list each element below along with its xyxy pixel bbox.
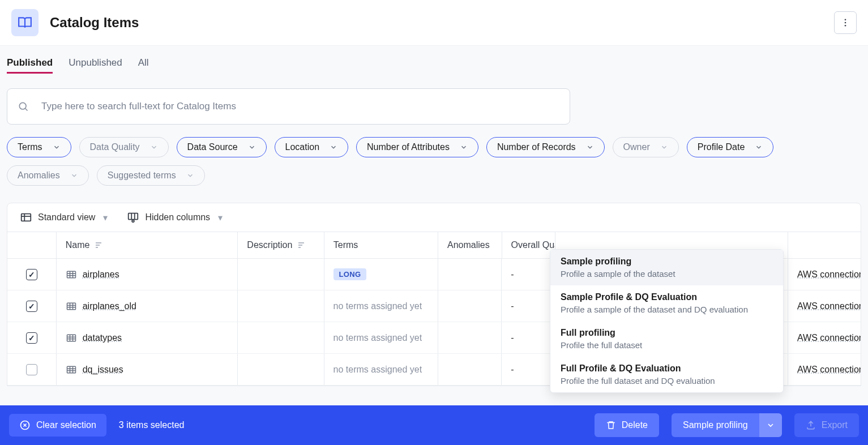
svg-rect-8 [129,213,138,220]
selection-bar: Clear selection 3 items selected Delete … [0,405,868,445]
svg-rect-28 [67,335,75,341]
row-checkbox[interactable] [26,269,37,280]
quality-value: - [511,301,514,311]
clear-label: Clear selection [36,420,96,430]
tab-published[interactable]: Published [7,57,53,74]
filter-chip[interactable]: Location [275,137,349,157]
columns-icon [127,211,139,224]
svg-rect-18 [67,271,75,278]
th-anomalies[interactable]: Anomalies [438,232,502,258]
svg-point-2 [845,25,846,27]
chevron-down-icon [150,143,158,151]
dropdown-item-subtitle: Profile the full dataset and DQ evaluati… [561,376,773,386]
sort-icon [298,242,307,249]
search-container [7,88,570,125]
row-name-link[interactable]: datatypes [83,333,122,343]
svg-rect-33 [67,366,75,373]
row-name-link[interactable]: dq_issues [83,365,123,375]
chevron-down-icon [766,421,775,430]
th-connection [788,232,861,258]
filter-chip-label: Number of Records [497,142,576,152]
search-input[interactable] [41,101,559,112]
svg-point-1 [845,22,846,24]
th-overall-quality[interactable]: Overall Qua [502,232,555,258]
export-button[interactable]: Export [794,413,859,437]
filter-chip-label: Owner [623,142,650,152]
th-checkbox [7,232,56,258]
filter-chip[interactable]: Number of Records [486,137,605,157]
connection-link[interactable]: AWS connection [797,365,861,375]
dropdown-item-title: Sample Profile & DQ Evaluation [561,292,773,302]
tab-unpublished[interactable]: Unpublished [69,57,122,74]
th-description[interactable]: Description [237,232,323,258]
row-checkbox[interactable] [26,301,37,312]
table-icon [66,269,77,280]
clear-selection-button[interactable]: Clear selection [9,414,106,437]
sample-profiling-button[interactable]: Sample profiling [672,413,759,437]
dropdown-item[interactable]: Sample profilingProfile a sample of the … [550,250,783,285]
filter-chip[interactable]: Owner [613,137,679,157]
dropdown-item[interactable]: Full Profile & DQ EvaluationProfile the … [550,357,783,392]
profile-dropdown-toggle[interactable] [759,413,782,437]
chevron-down-icon [660,143,668,151]
book-open-icon [18,15,32,30]
columns-label: Hidden columns [145,212,210,222]
filter-chip[interactable]: Data Source [177,137,267,157]
svg-line-4 [25,109,28,111]
dropdown-item[interactable]: Sample Profile & DQ EvaluationProfile a … [550,285,783,321]
table-toolbar: Standard view ▾ Hidden columns ▾ [7,203,861,232]
close-circle-icon [19,420,31,431]
filter-chip-label: Location [285,142,320,152]
delete-button[interactable]: Delete [595,413,659,437]
tab-all[interactable]: All [138,57,149,74]
dropdown-item-subtitle: Profile the full dataset [561,340,773,350]
filter-chip[interactable]: Profile Date [687,137,774,157]
no-terms-text: no terms assigned yet [333,365,422,375]
table-icon [66,364,77,375]
chevron-down-icon [53,143,61,151]
filter-chip-label: Number of Attributes [367,142,450,152]
filter-chip[interactable]: Anomalies [7,165,89,186]
view-selector[interactable]: Standard view ▾ [20,211,108,224]
trash-icon [606,420,616,430]
th-terms[interactable]: Terms [324,232,438,258]
row-name-link[interactable]: airplanes_old [83,301,136,311]
filter-chip[interactable]: Number of Attributes [356,137,478,157]
filter-chips: TermsData QualityData SourceLocationNumb… [7,137,811,186]
connection-link[interactable]: AWS connection [797,333,861,343]
filter-chip-label: Data Quality [90,142,140,152]
upload-icon [806,420,816,430]
filter-chip[interactable]: Suggested terms [97,165,205,186]
term-tag[interactable]: LONG [333,268,367,280]
row-checkbox[interactable] [26,364,37,375]
table-icon [66,332,77,344]
selection-count: 3 items selected [119,420,185,430]
quality-value: - [511,365,514,375]
dropdown-item-title: Full Profile & DQ Evaluation [561,363,773,374]
app-icon-box [11,9,39,36]
dropdown-item-title: Sample profiling [561,256,773,267]
connection-link[interactable]: AWS connection [797,301,861,311]
dropdown-item-title: Full profiling [561,328,773,338]
profile-split-button: Sample profiling [672,413,782,437]
filter-chip[interactable]: Terms [7,137,71,157]
row-name-link[interactable]: airplanes [83,269,119,280]
dropdown-item[interactable]: Full profilingProfile the full dataset [550,321,783,357]
chevron-down-icon [460,143,468,151]
connection-link[interactable]: AWS connection [797,269,861,280]
search-icon [18,101,29,112]
chevron-down-icon [755,143,763,151]
more-options-button[interactable] [834,11,857,34]
profile-label: Sample profiling [683,420,748,430]
quality-value: - [511,269,514,280]
sort-icon [95,242,104,249]
dropdown-item-subtitle: Profile a sample of the dataset and DQ e… [561,305,773,314]
hidden-columns-selector[interactable]: Hidden columns ▾ [127,211,223,224]
chevron-down-icon [586,143,594,151]
filter-chip[interactable]: Data Quality [79,137,169,157]
svg-point-11 [132,220,135,222]
row-checkbox[interactable] [26,332,37,344]
kebab-icon [840,18,850,28]
filter-chip-label: Suggested terms [108,170,176,181]
th-name[interactable]: Name [56,232,238,258]
